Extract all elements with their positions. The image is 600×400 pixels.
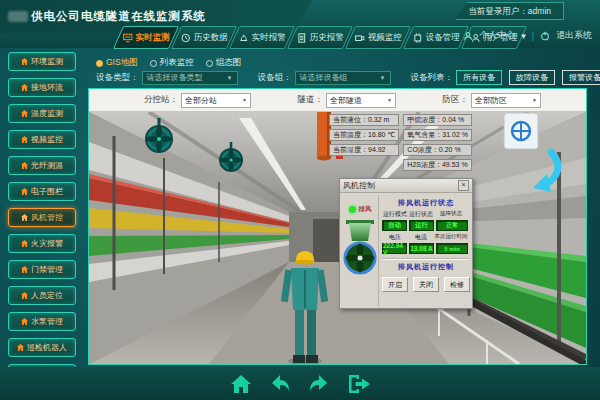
- house-icon: [21, 188, 28, 195]
- running-led-indicator: [349, 206, 356, 213]
- sidebar-item-access-control[interactable]: 门禁管理: [8, 260, 76, 279]
- tab-device-manage[interactable]: 设备管理: [403, 26, 469, 49]
- radio-dot: [150, 60, 157, 67]
- radio-list-monitor[interactable]: 列表监控: [150, 57, 194, 69]
- bottom-toolbar: [0, 367, 600, 400]
- app-window: 供电公司电缆隧道在线监测系统 实时监测 历史数据 实时报警 历史报警 视频监控 …: [0, 0, 600, 400]
- radio-scada-view[interactable]: 组态图: [206, 57, 242, 69]
- house-icon: [21, 84, 28, 91]
- reading-co: CO浓度：0.20 %: [403, 144, 472, 156]
- house-icon: [17, 344, 24, 351]
- fan-off-button[interactable]: 关闭: [413, 277, 439, 292]
- station-label: 分控站：: [144, 94, 178, 106]
- view-mode-radios: GIS地图 列表监控 组态图: [96, 57, 241, 69]
- personal-center-link[interactable]: 个人中心: [479, 29, 515, 42]
- sidebar-item-temperature[interactable]: 温度监测: [8, 104, 76, 123]
- run-mode-label: 运行模式: [382, 210, 408, 219]
- logged-in-user-badge: 当前登录用户：admin: [455, 2, 564, 20]
- divider: |: [532, 31, 534, 41]
- tab-history-data[interactable]: 历史数据: [171, 26, 237, 49]
- tab-history-alarm[interactable]: 历史报警: [287, 26, 353, 49]
- all-devices-button[interactable]: 所有设备: [456, 70, 502, 85]
- current-label: 电流: [408, 233, 434, 242]
- clock-icon: [181, 33, 191, 43]
- dropdown-arrow-icon: ▼: [227, 75, 233, 81]
- dropdown-arrow-icon: ▼: [532, 97, 537, 103]
- fan-control-header: 排风机运行控制: [382, 262, 470, 272]
- main-panel: 分控站： 全部分站▼ 隧道： 全部隧道▼ 防区： 全部防区▼: [88, 88, 587, 365]
- radio-gis-map[interactable]: GIS地图: [96, 57, 138, 69]
- sidebar-item-efence[interactable]: 电子围栏: [8, 182, 76, 201]
- sidebar-item-fire-alarm[interactable]: 火灾报警: [8, 234, 76, 253]
- tab-realtime-alarm[interactable]: 实时报警: [229, 26, 295, 49]
- alarm-devices-button[interactable]: 报警设备: [562, 70, 600, 85]
- dropdown-arrow-icon: ▼: [387, 97, 392, 103]
- app-title: 供电公司电缆隧道在线监测系统: [31, 9, 206, 24]
- house-icon: [21, 266, 28, 273]
- device-group-select[interactable]: 请选择设备组▼: [295, 71, 391, 85]
- sidebar-item-personnel[interactable]: 人员定位: [8, 286, 76, 305]
- house-icon: [21, 162, 28, 169]
- zone-select[interactable]: 全部防区▼: [471, 93, 541, 108]
- redo-button[interactable]: [308, 373, 330, 395]
- fault-state-label: 故障状态: [434, 210, 468, 219]
- wall-sign: [504, 113, 538, 149]
- house-icon: [21, 318, 28, 325]
- run-state-label: 运行状态: [408, 210, 434, 219]
- exit-button[interactable]: [347, 373, 371, 395]
- camera-icon: [355, 33, 365, 43]
- power-icon: [540, 31, 550, 41]
- undo-button[interactable]: [269, 373, 291, 395]
- radio-dot: [96, 60, 103, 67]
- station-select[interactable]: 全部分站▼: [181, 93, 251, 108]
- tunnel-select[interactable]: 全部隧道▼: [326, 93, 396, 108]
- house-icon: [21, 214, 28, 221]
- fault-devices-button[interactable]: 故障设备: [509, 70, 555, 85]
- sidebar-item-environment[interactable]: 环境监测: [8, 52, 76, 71]
- user-actions: 个人中心 ▾ | 退出系统: [463, 29, 592, 42]
- fan-on-button[interactable]: 开启: [382, 277, 408, 292]
- sidebar-item-fan-control[interactable]: 风机管控: [8, 208, 76, 227]
- header: 供电公司电缆隧道在线监测系统 实时监测 历史数据 实时报警 历史报警 视频监控 …: [0, 0, 600, 48]
- zone-label: 防区：: [443, 94, 469, 106]
- sidebar: 环境监测 接地环流 温度监测 视频监控 光纤测温 电子围栏 风机管控 火灾报警 …: [0, 52, 84, 383]
- monitor-icon: [123, 33, 133, 43]
- sidebar-item-water-pump[interactable]: 水泵管理: [8, 312, 76, 331]
- sidebar-item-fiber-temp[interactable]: 光纤测温: [8, 156, 76, 175]
- device-icon: [413, 33, 423, 43]
- run-state-value: 运行: [409, 220, 434, 231]
- reading-temperature: 当前温度：16.80 ℃: [329, 129, 399, 141]
- house-icon: [21, 292, 28, 299]
- tab-realtime-monitor[interactable]: 实时监测: [113, 26, 179, 49]
- sidebar-item-ground-current[interactable]: 接地环流: [8, 78, 76, 97]
- house-icon: [21, 58, 28, 65]
- home-button[interactable]: [230, 373, 252, 395]
- radio-dot: [206, 60, 213, 67]
- tab-video-monitor[interactable]: 视频监控: [345, 26, 411, 49]
- sidebar-item-robot[interactable]: 巡检机器人: [8, 338, 76, 357]
- device-type-select[interactable]: 请选择设备类型▼: [142, 71, 238, 85]
- divider: [382, 258, 468, 260]
- reading-humidity: 当前湿度：94.92: [329, 144, 399, 156]
- person-icon: [463, 31, 473, 41]
- tunnel-3d-viewport[interactable]: 当前液位：0.32 m 当前温度：16.80 ℃ 当前湿度：94.92 甲烷浓度…: [89, 112, 586, 364]
- dialog-title-bar[interactable]: 风机控制 ×: [340, 179, 472, 193]
- close-icon[interactable]: ×: [458, 180, 469, 191]
- dropdown-arrow-icon: ▼: [380, 75, 386, 81]
- device-filter-row: 设备类型： 请选择设备类型▼ 设备组： 请选择设备组▼ 设备列表： 所有设备 故…: [96, 70, 600, 85]
- fan-service-button[interactable]: 检修: [444, 277, 470, 292]
- fan-control-dialog: 风机控制 × 排风: [339, 178, 473, 309]
- tunnel-label: 隧道：: [298, 94, 324, 106]
- dropdown-arrow-icon: ▼: [242, 97, 247, 103]
- device-type-label: 设备类型：: [96, 72, 139, 84]
- sidebar-item-video[interactable]: 视频监控: [8, 130, 76, 149]
- fault-state-value: 正常: [436, 220, 468, 231]
- runtime-value: 5 min: [436, 243, 468, 254]
- reading-oxygen: 氧气含量：31.02 %: [403, 129, 472, 141]
- fan-status-graphic: 排风: [342, 195, 378, 306]
- runtime-label: 本次运行时间: [434, 233, 468, 242]
- logout-link[interactable]: 退出系统: [556, 29, 592, 42]
- house-icon: [21, 240, 28, 247]
- current-value: 13.08 A: [409, 243, 434, 254]
- indicator-label: 排风: [359, 205, 372, 214]
